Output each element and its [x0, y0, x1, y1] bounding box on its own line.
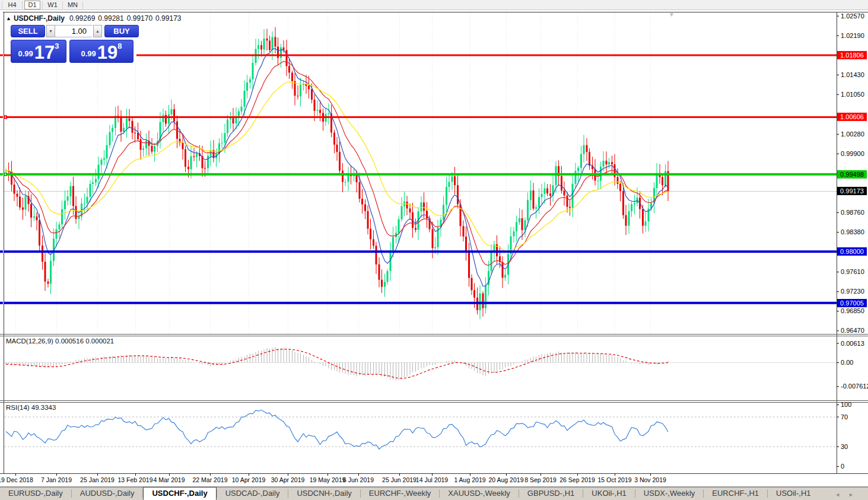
rsi-axis-label: 70 [841, 413, 868, 421]
price-axis-label: 0.98760 [841, 209, 868, 216]
symbol-name: USDCHF-,Daily [14, 14, 65, 23]
chart-tab-usdx-weekly[interactable]: USDX-,Weekly [635, 488, 703, 500]
date-axis-label: 30 Apr 2019 [271, 476, 305, 483]
close-value: 0.99173 [155, 14, 181, 23]
tabs-container: EURUSD-,DailyAUDUSD-,DailyUSDCHF-,DailyU… [0, 487, 819, 500]
volume-input[interactable] [55, 25, 92, 37]
chart-tab-ukoil-h1[interactable]: UKOil-,H1 [583, 488, 635, 500]
current-price-badge: 0.99173 [837, 187, 867, 195]
macd-axis-label: -0.007612 [841, 383, 868, 390]
date-axis-label: 19 May 2019 [310, 476, 346, 483]
trade-controls-row: SELL ▼ ▲ BUY [11, 25, 139, 37]
date-axis-label: 25 Jun 2019 [382, 476, 416, 483]
level-price-badge: 0.97005 [837, 299, 867, 307]
sell-price-box[interactable]: 0.99 17 3 [11, 40, 66, 63]
low-value: 0.99170 [127, 14, 152, 23]
chart-canvas[interactable] [0, 0, 868, 500]
volume-decrease-button[interactable]: ▼ [46, 25, 55, 37]
macd-axis-label: 0.00613 [841, 340, 868, 347]
date-axis-label: 3 Nov 2019 [634, 476, 666, 483]
chart-tab-usdcad-daily[interactable]: USDCAD-,Daily [217, 488, 288, 500]
rsi-label: RSI(14) 49.3343 [6, 404, 56, 411]
chart-tab-audusd-daily[interactable]: AUDUSD-,Daily [72, 488, 143, 500]
sell-price-big: 17 [34, 45, 55, 60]
buy-price-big: 19 [97, 45, 117, 60]
chart-tab-usdchf-daily[interactable]: USDCHF-,Daily [143, 487, 216, 500]
date-axis-label: 13 Feb 2019 [118, 476, 153, 483]
buy-price-prefix: 0.99 [81, 49, 96, 58]
buy-button[interactable]: BUY [104, 25, 139, 37]
date-axis-label: 8 Sep 2019 [524, 476, 557, 483]
high-value: 0.99281 [98, 14, 123, 23]
chart-tab-usoil-h1[interactable]: USOil-,H1 [768, 488, 819, 500]
level-price-badge: 1.01806 [837, 51, 867, 59]
trading-platform-window: H4 D1 W1 MN ▲USDCHF-,Daily0.992690.99281… [0, 0, 868, 500]
chart-tab-gbpusd-h1[interactable]: GBPUSD-,H1 [519, 488, 583, 500]
price-axis-label: 0.99900 [841, 150, 868, 157]
date-axis-label: 1 Aug 2019 [454, 476, 485, 483]
macd-axis-label: 0.00 [841, 359, 868, 366]
date-axis-label: 10 Apr 2019 [232, 476, 266, 483]
chart-tab-xauusd-weekly[interactable]: XAUUSD-,Weekly [440, 488, 519, 500]
macd-label: MACD(12,26,9) 0.000516 0.000021 [6, 337, 114, 345]
price-axis-label: 0.96850 [841, 307, 868, 314]
level-price-badge: 0.99498 [837, 170, 867, 179]
price-axis-label: 0.97230 [841, 288, 868, 295]
chart-tab-eurusd-daily[interactable]: EURUSD-,Daily [0, 488, 71, 500]
chart-tab-eurchf-weekly[interactable]: EURCHF-,Weekly [361, 488, 440, 500]
tab-scroll-arrows[interactable]: ◄► [835, 492, 862, 498]
level-price-badge: 1.00606 [837, 113, 867, 121]
price-axis-label: 1.01430 [841, 71, 868, 78]
chart-tab-bar: EURUSD-,DailyAUDUSD-,DailyUSDCHF-,DailyU… [0, 487, 868, 500]
chart-tab-usdcnh-daily[interactable]: USDCNH-,Daily [288, 488, 360, 500]
ohlc-values: 0.992690.992810.991700.99173 [69, 14, 185, 23]
date-axis-label: 20 Aug 2019 [489, 476, 524, 483]
chart-scroll-marker-icon[interactable]: ▼ [669, 11, 675, 18]
price-axis-label: 1.01050 [841, 91, 868, 98]
date-axis-label: 7 Jan 2019 [41, 476, 72, 483]
sell-button[interactable]: SELL [11, 25, 45, 37]
date-axis-label: 19 Dec 2018 [0, 476, 33, 483]
rsi-axis-label: 100 [841, 401, 868, 408]
buy-price-box[interactable]: 0.99 19 8 [69, 40, 133, 63]
chart-title: ▲USDCHF-,Daily0.992690.992810.991700.991… [6, 14, 185, 23]
symbol-collapse-icon[interactable]: ▲ [6, 15, 11, 21]
date-axis-label: 26 Sep 2019 [559, 476, 595, 483]
price-axis-label: 0.97610 [841, 268, 868, 275]
rsi-axis-label: 30 [841, 443, 868, 450]
date-axis-label: 25 Jan 2019 [80, 476, 115, 483]
date-axis-label: 4 Mar 2019 [153, 476, 185, 483]
date-axis-label: 14 Jul 2019 [416, 476, 448, 483]
date-axis-label: 22 Mar 2019 [193, 476, 228, 483]
price-axis-label: 1.00280 [841, 130, 868, 138]
price-axis-label: 0.96470 [841, 327, 868, 334]
price-axis-label: 1.02570 [841, 12, 868, 20]
rsi-axis-label: 0 [841, 463, 868, 470]
buy-price-pip: 8 [117, 42, 122, 50]
sell-price-prefix: 0.99 [18, 49, 33, 58]
sell-price-pip: 3 [55, 42, 59, 50]
date-axis-label: 6 Jun 2019 [343, 476, 374, 483]
date-axis-label: 15 Oct 2019 [597, 476, 631, 483]
volume-increase-button[interactable]: ▲ [93, 25, 102, 37]
open-value: 0.99269 [69, 14, 95, 23]
level-price-badge: 0.98000 [837, 247, 867, 256]
price-axis-label: 1.02190 [841, 32, 868, 39]
price-axis-label: 0.98380 [841, 228, 868, 235]
chart-tab-eurchf-h1[interactable]: EURCHF-,H1 [704, 488, 767, 500]
one-click-trading-panel: SELL ▼ ▲ BUY 0.99 17 3 0.99 19 8 [11, 25, 136, 63]
